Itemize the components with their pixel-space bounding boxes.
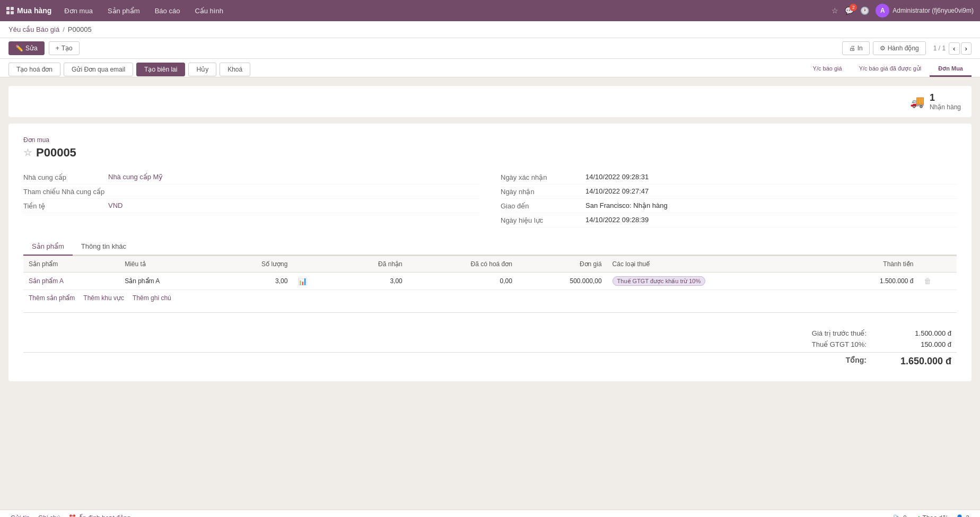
step-yc-bao-gia[interactable]: Y/c báo giá bbox=[804, 62, 851, 77]
tax-badge: Thuế GTGT được khấu trừ 10% bbox=[612, 276, 706, 286]
page-info: 1 / 1 bbox=[933, 45, 946, 52]
create-receipt-button[interactable]: Tạo biên lai bbox=[136, 63, 185, 76]
grid-icon bbox=[6, 7, 14, 14]
field-receive-date: Ngày nhận 14/10/2022 09:27:47 bbox=[501, 185, 957, 199]
topnav-right: ☆ 💬 2 🕐 A Administrator (fj6nyue0vi9m) bbox=[832, 4, 974, 17]
breadcrumb-separator: / bbox=[63, 25, 65, 33]
avatar: A bbox=[876, 4, 889, 17]
app-name: Mua hàng bbox=[17, 6, 51, 15]
document-title: ☆ P00005 bbox=[23, 146, 957, 160]
field-currency: Tiền tệ VND bbox=[23, 199, 479, 213]
step-yc-da-gui[interactable]: Y/c báo giá đã được gửi bbox=[851, 62, 930, 77]
add-note-link[interactable]: Thêm ghi chú bbox=[133, 294, 171, 302]
send-message-button[interactable]: Gửi tin bbox=[11, 514, 30, 517]
col-tax: Các loại thuế bbox=[607, 256, 826, 273]
delivery-label: Nhận hàng bbox=[930, 103, 961, 111]
separator bbox=[23, 312, 957, 313]
edit-icon: ✏️ bbox=[15, 45, 23, 52]
deliver-to-value: San Francisco: Nhận hàng bbox=[585, 201, 668, 209]
followers-stat[interactable]: 👤 2 bbox=[956, 514, 969, 517]
chat-badge: 2 bbox=[850, 4, 857, 11]
confirm-date-label: Ngày xác nhận bbox=[501, 173, 585, 181]
chatter-stats: 📎 0 ✓ Theo dõi 👤 2 bbox=[893, 514, 969, 517]
cell-chart-icon[interactable]: 📊 bbox=[293, 273, 334, 290]
add-links: Thêm sản phẩm Thêm khu vực Thêm ghi chú bbox=[23, 290, 957, 306]
form-fields: Nhà cung cấp Nhà cung cấp Mỹ Tham chiếu … bbox=[23, 170, 957, 227]
nav-don-mua[interactable]: Đơn mua bbox=[58, 4, 99, 18]
truck-icon: 🚚 bbox=[910, 95, 924, 109]
create-button[interactable]: + Tạo bbox=[49, 41, 80, 55]
schedule-activity-button[interactable]: ⏰ Ấn định hoạt động bbox=[68, 514, 130, 517]
confirm-date-value: 14/10/2022 09:28:31 bbox=[585, 173, 649, 181]
breadcrumb-parent[interactable]: Yêu cầu Báo giá bbox=[8, 25, 59, 33]
lock-button[interactable]: Khoá bbox=[220, 63, 250, 76]
cell-description: Sản phẩm A bbox=[119, 273, 215, 290]
delivery-count: 1 bbox=[930, 92, 961, 103]
tax-label: Thuế GTGT 10%: bbox=[771, 340, 867, 348]
supplier-label: Nhà cung cấp bbox=[23, 173, 108, 181]
cancel-button[interactable]: Hủy bbox=[188, 63, 216, 76]
cell-unit-price: 500.000,00 bbox=[518, 273, 607, 290]
cell-tax: Thuế GTGT được khấu trừ 10% bbox=[607, 273, 826, 290]
col-received: Đã nhận bbox=[334, 256, 407, 273]
field-deliver-to: Giao đến San Francisco: Nhận hàng bbox=[501, 199, 957, 213]
grand-total-value: 1.650.000 đ bbox=[888, 356, 951, 367]
edit-button[interactable]: ✏️ Sửa bbox=[8, 41, 45, 55]
supplier-value[interactable]: Nhà cung cấp Mỹ bbox=[108, 173, 163, 181]
person-icon: 👤 bbox=[956, 514, 964, 517]
add-section-link[interactable]: Thêm khu vực bbox=[83, 294, 124, 302]
col-total: Thành tiền bbox=[826, 256, 919, 273]
cell-qty: 3,00 bbox=[215, 273, 293, 290]
nav-bao-cao[interactable]: Báo cáo bbox=[148, 4, 187, 18]
toolbar: ✏️ Sửa + Tạo 🖨 In ⚙ Hành động 1 / 1 ‹ › bbox=[0, 38, 980, 59]
receive-date-value: 14/10/2022 09:27:47 bbox=[585, 187, 649, 195]
field-supplier: Nhà cung cấp Nhà cung cấp Mỹ bbox=[23, 170, 479, 185]
delivery-info[interactable]: 🚚 1 Nhận hàng bbox=[910, 92, 961, 111]
col-chart bbox=[293, 256, 334, 273]
app-logo[interactable]: Mua hàng bbox=[6, 6, 51, 15]
cell-received: 3,00 bbox=[334, 273, 407, 290]
tab-other-info[interactable]: Thông tin khác bbox=[73, 238, 135, 256]
next-page-button[interactable]: › bbox=[961, 42, 972, 55]
print-button[interactable]: 🖨 In bbox=[842, 41, 870, 55]
receive-date-label: Ngày nhận bbox=[501, 187, 585, 196]
toolbar-right: 🖨 In ⚙ Hành động 1 / 1 ‹ › bbox=[842, 41, 972, 55]
gear-icon: ⚙ bbox=[880, 45, 886, 52]
chat-icon[interactable]: 💬 2 bbox=[845, 6, 854, 15]
attachments-stat[interactable]: 📎 0 bbox=[893, 514, 907, 517]
cell-product[interactable]: Sản phẩm A bbox=[23, 273, 119, 290]
plus-icon: + bbox=[56, 45, 59, 52]
tab-products[interactable]: Sản phẩm bbox=[23, 238, 73, 256]
cell-delete[interactable]: 🗑 bbox=[918, 273, 957, 290]
table-row: Sản phẩm A Sản phẩm A 3,00 📊 3,00 0,00 5… bbox=[23, 273, 957, 290]
col-invoiced: Đã có hoá đơn bbox=[408, 256, 518, 273]
user-menu[interactable]: A Administrator (fj6nyue0vi9m) bbox=[876, 4, 974, 17]
tabs: Sản phẩm Thông tin khác bbox=[23, 238, 957, 256]
send-email-button[interactable]: Gửi Đơn qua email bbox=[64, 63, 133, 76]
add-product-link[interactable]: Thêm sản phẩm bbox=[29, 294, 75, 302]
prev-page-button[interactable]: ‹ bbox=[949, 42, 959, 55]
add-note-button[interactable]: Ghi chú bbox=[38, 514, 60, 517]
nav-cau-hinh[interactable]: Cấu hình bbox=[188, 4, 230, 18]
pretax-label: Giá trị trước thuế: bbox=[771, 329, 867, 337]
field-expiry-date: Ngày hiệu lực 14/10/2022 09:28:39 bbox=[501, 213, 957, 227]
step-don-mua[interactable]: Đơn Mua bbox=[930, 62, 972, 77]
col-description: Miêu tả bbox=[119, 256, 215, 273]
cell-total: 1.500.000 đ bbox=[826, 273, 919, 290]
nav-san-pham[interactable]: Sản phẩm bbox=[101, 4, 146, 18]
chatter-bar: Gửi tin Ghi chú ⏰ Ấn định hoạt động 📎 0 … bbox=[0, 510, 980, 517]
star-nav-icon[interactable]: ☆ bbox=[832, 6, 838, 15]
top-navigation: Mua hàng Đơn mua Sản phẩm Báo cáo Cấu hì… bbox=[0, 0, 980, 21]
print-icon: 🖨 bbox=[849, 45, 855, 52]
action-button[interactable]: ⚙ Hành động bbox=[873, 41, 926, 55]
follow-stat[interactable]: ✓ Theo dõi bbox=[915, 514, 948, 517]
col-unit-price: Đơn giá bbox=[518, 256, 607, 273]
clock-icon[interactable]: 🕐 bbox=[860, 6, 869, 15]
check-icon: ✓ bbox=[915, 514, 921, 517]
favorite-icon[interactable]: ☆ bbox=[23, 147, 32, 159]
user-name: Administrator (fj6nyue0vi9m) bbox=[892, 7, 974, 14]
currency-value[interactable]: VND bbox=[108, 201, 122, 209]
cell-invoiced: 0,00 bbox=[408, 273, 518, 290]
document-card: Đơn mua ☆ P00005 Nhà cung cấp Nhà cung c… bbox=[8, 124, 972, 381]
create-invoice-button[interactable]: Tạo hoá đơn bbox=[8, 63, 60, 76]
